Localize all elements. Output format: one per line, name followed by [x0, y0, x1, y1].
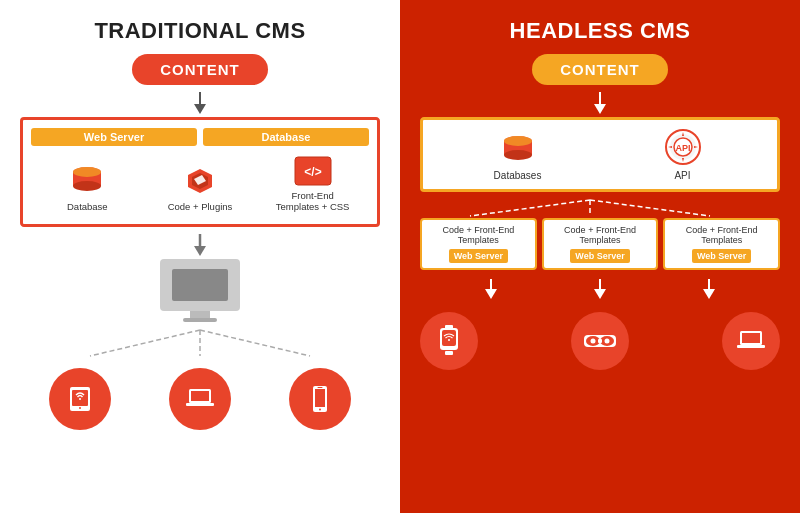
svg-rect-58: [742, 333, 760, 343]
server-box-2-label: Web Server: [570, 249, 629, 263]
svg-marker-43: [594, 289, 606, 299]
code-item-label: Front-End Templates + CSS: [273, 190, 353, 212]
svg-point-55: [591, 339, 596, 344]
traditional-cms-panel: TRADITIONAL CMS CONTENT Web Server Datab…: [0, 0, 400, 513]
traditional-content-pill: CONTENT: [132, 54, 268, 85]
traditional-cms-title: TRADITIONAL CMS: [20, 18, 380, 44]
svg-point-56: [605, 339, 610, 344]
headless-database-label: Databases: [494, 170, 542, 181]
server-box-1: Code + Front-End Templates Web Server: [420, 218, 537, 270]
plugins-item-label: Code + Plugins: [168, 201, 233, 212]
svg-point-19: [79, 398, 81, 400]
database-item: Database: [47, 165, 127, 212]
svg-rect-22: [186, 403, 214, 406]
headless-devices-row: [420, 312, 780, 370]
svg-point-31: [504, 150, 532, 160]
svg-rect-26: [318, 387, 323, 388]
arrow-content-to-box: [20, 92, 380, 114]
svg-point-25: [319, 409, 321, 411]
svg-line-13: [90, 330, 200, 356]
headless-cms-panel: HEADLESS CMS CONTENT Databases: [400, 0, 800, 513]
svg-rect-59: [737, 345, 765, 348]
webserver-label: Web Server: [31, 128, 197, 146]
laptop-device: [169, 368, 231, 430]
headless-cms-box: Databases API API: [420, 117, 780, 192]
svg-marker-41: [485, 289, 497, 299]
arrow-headless-content: [420, 92, 780, 114]
svg-marker-12: [194, 246, 206, 256]
dashed-connections: [30, 328, 370, 358]
headless-database-item: Databases: [468, 134, 568, 181]
arrow-box-to-monitor: [20, 234, 380, 256]
svg-point-18: [79, 407, 81, 409]
traditional-cms-box: Web Server Database Database: [20, 117, 380, 227]
svg-point-5: [73, 167, 101, 177]
traditional-devices-row: [20, 368, 380, 430]
headless-api-label: API: [674, 170, 690, 181]
server-box-1-label: Web Server: [449, 249, 508, 263]
server-boxes-row: Code + Front-End Templates Web Server Co…: [420, 218, 780, 270]
vr-glasses-device: [571, 312, 629, 370]
svg-line-39: [590, 200, 710, 216]
plugins-item: Code + Plugins: [160, 165, 240, 212]
svg-line-15: [200, 330, 310, 356]
server-box-3-label: Web Server: [692, 249, 751, 263]
server-to-device-arrows: [420, 276, 780, 304]
smartwatch-device: [420, 312, 478, 370]
svg-rect-49: [445, 351, 453, 355]
server-box-1-text: Code + Front-End Templates: [425, 225, 532, 245]
headless-laptop-device: [722, 312, 780, 370]
svg-line-37: [470, 200, 590, 216]
svg-point-50: [448, 339, 450, 341]
server-box-2: Code + Front-End Templates Web Server: [542, 218, 659, 270]
svg-marker-28: [594, 104, 606, 114]
svg-marker-45: [703, 289, 715, 299]
svg-text:</>: </>: [304, 165, 321, 179]
svg-point-4: [73, 181, 101, 191]
svg-rect-54: [598, 339, 602, 343]
svg-point-32: [504, 136, 532, 146]
database-label-header: Database: [203, 128, 369, 146]
headless-content-pill: CONTENT: [532, 54, 668, 85]
dashed-lines-servers: [420, 198, 780, 218]
headless-api-item: API API: [633, 128, 733, 181]
server-box-3: Code + Front-End Templates Web Server: [663, 218, 780, 270]
monitor-container: [20, 259, 380, 322]
svg-text:API: API: [675, 143, 690, 153]
tablet-device: [49, 368, 111, 430]
phone-device: [289, 368, 351, 430]
svg-rect-21: [191, 391, 209, 401]
database-item-label: Database: [67, 201, 108, 212]
svg-rect-24: [315, 389, 325, 407]
server-box-2-text: Code + Front-End Templates: [547, 225, 654, 245]
svg-rect-48: [442, 330, 456, 346]
svg-marker-1: [194, 104, 206, 114]
headless-cms-title: HEADLESS CMS: [420, 18, 780, 44]
server-box-3-text: Code + Front-End Templates: [668, 225, 775, 245]
code-item: </> Front-End Templates + CSS: [273, 156, 353, 212]
